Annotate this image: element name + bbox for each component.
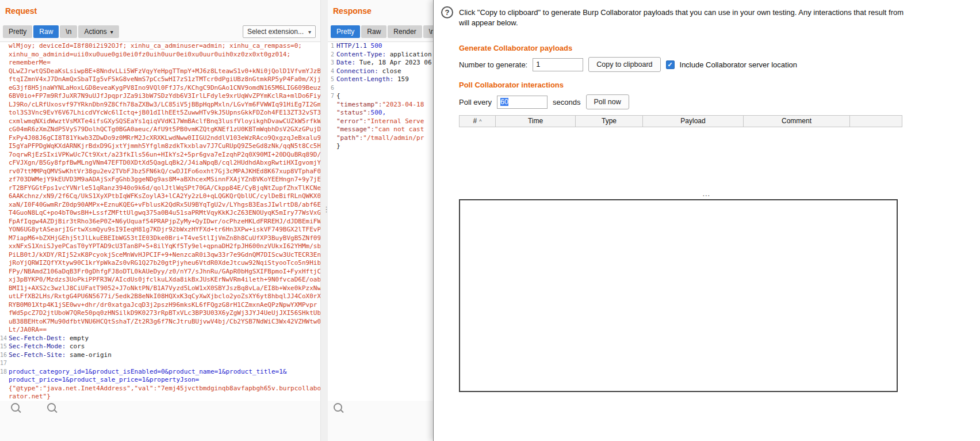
number-to-generate-label: Number to generate: <box>459 60 527 69</box>
sort-ascending-icon: ^ <box>479 119 481 124</box>
line-number: 16 <box>0 351 9 360</box>
request-panel-title: Request <box>5 6 37 16</box>
poll-row: Poll every 60 seconds Poll now <box>459 94 629 109</box>
poll-interactions-header: Poll Collaborator interactions <box>459 81 564 89</box>
editor-line: 17 <box>0 359 320 368</box>
generate-row: Number to generate: 1 Copy to clipboard … <box>459 57 797 72</box>
editor-line: 14Sec-Fetch-Dest: empty <box>0 334 320 343</box>
chevron-down-icon: ▾ <box>110 29 113 35</box>
include-server-location-label: Include Collaborator server location <box>680 60 798 69</box>
editor-line: rT2BFYGGtFps1vcYVNrle51qRanz3940o9k6d/qo… <box>0 184 320 193</box>
select-extension-dropdown[interactable]: Select extension...▾ <box>243 25 316 38</box>
line-number: 6 <box>328 84 336 93</box>
tab-actions[interactable]: Actions▾ <box>78 25 118 38</box>
interactions-table: #^TimeTypePayloadComment <box>459 115 902 192</box>
editor-line: zf703DWMejY9kEUVD3M9aADAjSxFgGhb3ggeNDg9… <box>0 176 320 184</box>
editor-line: BMI1j+AXS2c3wzlJ8CiUFatT9052+J7oNktPN/B1… <box>0 284 320 293</box>
request-panel: Request PrettyRaw\nActions▾ Select exten… <box>0 0 321 441</box>
column-header-comment[interactable]: Comment <box>743 115 850 127</box>
editor-line: 6BV0io+FP7m9RfJuXR7N9uUJfJpqprJZa9i3bW7S… <box>0 92 320 101</box>
editor-line: T4GuoN8LqC+po4bT0wsBH+LssfZMFttUlgwq375a… <box>0 209 320 218</box>
poll-every-label: Poll every <box>459 98 492 107</box>
editor-line: jRoYjQRWIZQfYXtyw90C1krYpWkaZs0vRG1Q27b2… <box>0 259 320 268</box>
editor-line: RYB0M01Xtp4K1jSE0wv+dhr/dr0xatgaJcqD3j2p… <box>0 301 320 310</box>
help-text-line1: Click "Copy to clipboard" to generate Bu… <box>459 7 979 18</box>
collaborator-help-text: Click "Copy to clipboard" to generate Bu… <box>459 7 979 28</box>
search-icon[interactable] <box>47 403 56 412</box>
line-number: 18 <box>0 368 9 377</box>
tab-pretty[interactable]: Pretty <box>331 25 360 38</box>
editor-line: xinhu_mo_adminid=uii0xu0uue0gi0ei0fz0uih… <box>0 51 320 59</box>
line-number: 1 <box>328 42 336 51</box>
editor-line: LJ9Ro/cLRfUxosvf97YRknDbn9Z8Cfh78aZXBw3/… <box>0 101 320 109</box>
line-number: 7 <box>328 92 336 101</box>
editor-line: tol3S3Vnc9EvY6V67LhicdVYcWc6lIctq+jB01dI… <box>0 109 320 117</box>
column-header-payload[interactable]: Payload <box>642 115 744 127</box>
editor-line: ftqIZmnV4xJ7DnAmQxSbaTIg5vFSkG8veNmS7pCc… <box>0 75 320 84</box>
editor-line: 6AAKchnz/xN9/2f6Cq/UkS1XyXPtbIqWFKsZoylA… <box>0 192 320 201</box>
interaction-detail-panel <box>459 199 898 392</box>
copy-to-clipboard-button[interactable]: Copy to clipboard <box>588 57 660 72</box>
line-number: 5 <box>328 75 336 84</box>
line-number: 4 <box>328 67 336 76</box>
editor-line: 7oqrwRjEzSIxiVPKwUc7Ct9Xxt/a23fkIls56un+… <box>0 151 320 159</box>
line-number: 17 <box>0 359 9 368</box>
poll-interval-selected-text: 60 <box>500 98 508 106</box>
seconds-label: seconds <box>553 98 580 107</box>
editor-line: 16Sec-Fetch-Site: same-origin <box>0 351 320 360</box>
editor-line: cxmlwmqNXidWwztVsMXTe4ifsGXySQSEaYs1qiqV… <box>0 117 320 126</box>
line-number: 14 <box>0 334 9 343</box>
horizontal-splitter-grip[interactable]: ⋯ <box>434 191 980 200</box>
line-number: 3 <box>328 59 336 67</box>
panel-splitter[interactable]: ⋮ <box>321 0 328 441</box>
collaborator-client-window: ? Click "Copy to clipboard" to generate … <box>433 0 980 441</box>
help-icon: ? <box>441 6 453 18</box>
editor-line: Lt/JA0RA== <box>0 326 320 334</box>
column-header-time[interactable]: Time <box>495 115 576 127</box>
select-extension-label: Select extension... <box>247 28 304 36</box>
editor-line: YON6UG8ytASearjIGrtwXsmQyu9sI9IeqH81g7KD… <box>0 226 320 234</box>
editor-line: wlMjoy; deviceId=I8f80i2i92OJf; xinhu_ca… <box>0 42 320 51</box>
burp-suite-window: Request PrettyRaw\nActions▾ Select exten… <box>0 0 980 441</box>
editor-line: rator.net"} <box>0 393 320 401</box>
editor-line: xaN/I0F40GwmRrZ0dp90AMPx+EznuKQEG+vFblus… <box>0 201 320 210</box>
number-to-generate-input[interactable]: 1 <box>533 58 583 71</box>
search-icon[interactable] <box>11 403 20 412</box>
editor-line: PiLB0tJ/kXDY/RIj52xK8PcyokjSceMnWvHJPCIF… <box>0 251 320 260</box>
tab-raw[interactable]: Raw <box>361 25 386 38</box>
column-header-num[interactable]: #^ <box>459 115 496 127</box>
tab-pretty[interactable]: Pretty <box>3 25 32 38</box>
poll-now-button[interactable]: Poll now <box>586 94 629 109</box>
editor-line: FpAfIqgw4AZDjBir3tRho36eP0Z+N6yUquaf54PR… <box>0 218 320 226</box>
editor-line: rv07ttMMPqQMVSwKhtVr38gu2ev2TVbFJbz5FN6k… <box>0 168 320 176</box>
editor-line: 18product_category_id=1&product_isEnable… <box>0 368 320 377</box>
interactions-table-body[interactable] <box>459 127 902 192</box>
editor-line: utLFfXB2LHs/RxtgG4PU6N5677i/5edk2B8eNkI0… <box>0 292 320 301</box>
editor-line: uB38BEHtoK7Mu90dfbtVNU6HCQtSshaT/Zt2R3g6… <box>0 318 320 326</box>
column-header-type[interactable]: Type <box>575 115 643 127</box>
poll-interval-input[interactable]: 60 <box>497 96 548 109</box>
include-server-location-checkbox[interactable]: ✓ <box>666 60 675 69</box>
editor-line: xj3pBYKP0/Mzdzs3UoPkiPPFR3W/AIcdUs0jfclk… <box>0 276 320 284</box>
search-icon[interactable] <box>334 403 342 412</box>
generate-payloads-header: Generate Collaborator payloads <box>459 44 572 52</box>
editor-line: cFVJXgn/B5Gy8fpfBwMLngVNm47EFTD0XDtXd5Qa… <box>0 159 320 168</box>
editor-line: product_price=1&product_sale_price=1&pro… <box>0 376 320 385</box>
editor-line: M7iapM6+bZXHjGEhj5tJlLkuEBEIbWG53tIE03Dk… <box>0 234 320 243</box>
tab-n[interactable]: \n <box>60 25 77 38</box>
editor-line: rememberMe= <box>0 59 320 67</box>
editor-line: 15Sec-Fetch-Mode: cors <box>0 343 320 351</box>
checkbox-check-icon: ✓ <box>667 61 672 68</box>
editor-line: I5gYaPFPDgWqKXdARNKjrBdxD9GjxtYjmmh5Yfgl… <box>0 142 320 151</box>
editor-line: cG04mR6zXmZNdP5VyS79DolhQCTg0BGA0aeuc/Af… <box>0 126 320 134</box>
help-text-line2: will appear below. <box>459 18 979 28</box>
line-number: 15 <box>0 343 9 351</box>
editor-line: FPy/NBAmdZ106aDqB3Fr0gDhfgFJ8oDTL0kAUeDy… <box>0 268 320 276</box>
chevron-down-icon: ▾ <box>308 29 311 35</box>
tab-render[interactable]: Render <box>388 25 422 38</box>
request-editor[interactable]: wlMjoy; deviceId=I8f80i2i92OJf; xinhu_ca… <box>0 41 320 401</box>
tab-raw[interactable]: Raw <box>33 25 59 38</box>
editor-line: QLwZJrwtQSDeaKsLsiwpBE+8NndvLLi5WFzVqyYe… <box>0 67 320 76</box>
editor-line: eG3jf8H5jnaWYNLaHoxLGD8eveaKygPV8Ino9VQl… <box>0 84 320 93</box>
editor-line: FxPy4J08J6gCI8T81Ykwb3ZDwDo9z0MRrM2JcXRX… <box>0 134 320 143</box>
